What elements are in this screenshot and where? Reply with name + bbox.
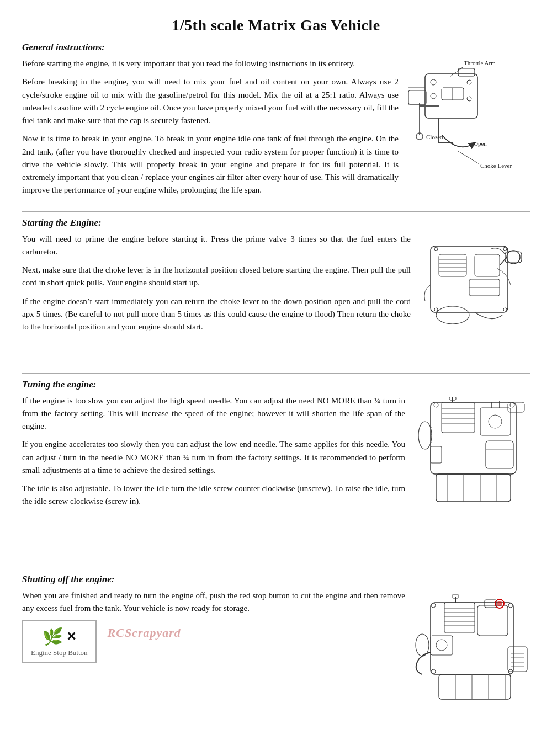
divider-2 xyxy=(22,373,530,374)
engine-shutoff-diagram xyxy=(414,592,530,721)
svg-rect-73 xyxy=(477,605,508,636)
engine-stop-label: Engine Stop Button xyxy=(31,648,88,657)
stop-button-block: 🌿 ✕ Engine Stop Button xyxy=(22,620,97,663)
svg-point-55 xyxy=(510,403,514,407)
svg-rect-22 xyxy=(475,254,500,276)
choke-lever-label: Choke Lever xyxy=(480,162,512,169)
divider-1 xyxy=(22,211,530,212)
svg-rect-91 xyxy=(508,647,527,672)
svg-rect-57 xyxy=(486,441,513,468)
shutting-content: When you are finished and ready to turn … xyxy=(22,589,530,726)
svg-rect-38 xyxy=(442,402,475,433)
shutting-heading: Shutting off the engine: xyxy=(22,574,530,585)
watermark-area: RCScrapyard xyxy=(108,620,181,640)
general-heading: General instructions: xyxy=(22,42,530,53)
svg-point-3 xyxy=(431,79,436,85)
throttle-arm-label: Throttle Arm xyxy=(464,60,496,66)
svg-point-82 xyxy=(508,603,513,608)
svg-rect-13 xyxy=(408,90,426,104)
open-label: Open xyxy=(474,140,487,147)
tuning-engine-section: Tuning the engine: xyxy=(22,379,530,559)
svg-point-6 xyxy=(467,97,471,101)
svg-point-5 xyxy=(467,80,471,84)
svg-rect-56 xyxy=(431,446,442,463)
svg-line-15 xyxy=(458,151,479,164)
svg-point-54 xyxy=(434,403,438,407)
svg-point-34 xyxy=(434,308,438,311)
general-instructions-section: General instructions: Throttle Arm xyxy=(22,42,530,203)
watermark-text: RCScrapyard xyxy=(108,626,181,640)
svg-point-44 xyxy=(489,415,502,428)
svg-point-76 xyxy=(497,601,502,606)
svg-rect-77 xyxy=(431,636,453,655)
bottom-area: 🌿 ✕ Engine Stop Button RCScrapyard xyxy=(22,620,405,663)
svg-rect-37 xyxy=(431,402,516,474)
svg-rect-2 xyxy=(458,68,475,76)
engine-pullcord-diagram xyxy=(420,235,530,359)
svg-point-78 xyxy=(436,640,447,651)
svg-point-32 xyxy=(434,247,438,251)
svg-rect-80 xyxy=(439,674,511,699)
svg-point-27 xyxy=(507,251,520,264)
tuning-heading: Tuning the engine: xyxy=(22,379,530,390)
flame-icon: 🌿 xyxy=(43,627,63,646)
svg-point-35 xyxy=(503,308,507,311)
stop-button-inner: 🌿 ✕ xyxy=(43,627,76,646)
svg-point-33 xyxy=(503,247,507,251)
svg-point-4 xyxy=(431,93,436,99)
shutting-engine-section: Shutting off the engine: xyxy=(22,574,530,726)
svg-point-79 xyxy=(416,634,429,656)
throttle-choke-diagram: Throttle Arm xyxy=(408,57,530,187)
starting-engine-section: Starting the Engine: xyxy=(22,217,530,364)
svg-point-29 xyxy=(436,306,469,324)
svg-point-81 xyxy=(431,603,436,608)
svg-rect-1 xyxy=(425,74,477,118)
page-title: 1/5th scale Matrix Gas Vehicle xyxy=(22,17,530,34)
engine-tuning-diagram xyxy=(414,397,530,553)
svg-point-47 xyxy=(418,422,432,449)
divider-3 xyxy=(22,568,530,568)
x-mark: ✕ xyxy=(66,630,76,644)
svg-rect-21 xyxy=(439,254,466,276)
svg-rect-43 xyxy=(480,408,511,435)
svg-rect-66 xyxy=(431,603,513,674)
starting-heading: Starting the Engine: xyxy=(22,217,530,228)
svg-point-83 xyxy=(431,669,436,674)
closed-label: Closed xyxy=(426,134,443,140)
svg-rect-67 xyxy=(444,603,475,633)
